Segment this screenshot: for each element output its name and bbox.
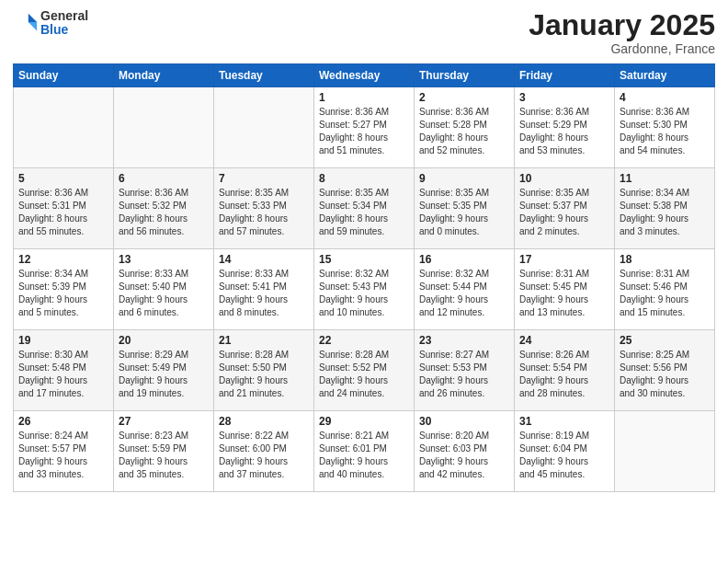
table-row: 27Sunrise: 8:23 AM Sunset: 5:59 PM Dayli… [114, 411, 214, 492]
day-number: 10 [519, 172, 609, 185]
table-row: 20Sunrise: 8:29 AM Sunset: 5:49 PM Dayli… [114, 330, 214, 411]
calendar-header-row: Sunday Monday Tuesday Wednesday Thursday… [14, 64, 715, 87]
day-info: Sunrise: 8:26 AM Sunset: 5:54 PM Dayligh… [519, 349, 609, 400]
day-info: Sunrise: 8:34 AM Sunset: 5:39 PM Dayligh… [18, 268, 108, 319]
svg-marker-1 [28, 22, 37, 30]
day-info: Sunrise: 8:35 AM Sunset: 5:34 PM Dayligh… [319, 187, 409, 238]
page-container: General Blue January 2025 Gardonne, Fran… [0, 0, 728, 505]
day-info: Sunrise: 8:33 AM Sunset: 5:40 PM Dayligh… [119, 268, 209, 319]
table-row: 29Sunrise: 8:21 AM Sunset: 6:01 PM Dayli… [314, 411, 415, 492]
calendar-week-row: 5Sunrise: 8:36 AM Sunset: 5:31 PM Daylig… [14, 168, 715, 249]
day-info: Sunrise: 8:34 AM Sunset: 5:38 PM Dayligh… [620, 187, 710, 238]
table-row: 24Sunrise: 8:26 AM Sunset: 5:54 PM Dayli… [515, 330, 615, 411]
day-info: Sunrise: 8:31 AM Sunset: 5:45 PM Dayligh… [519, 268, 609, 319]
table-row: 16Sunrise: 8:32 AM Sunset: 5:44 PM Dayli… [415, 249, 515, 330]
day-info: Sunrise: 8:23 AM Sunset: 5:59 PM Dayligh… [119, 430, 209, 481]
table-row: 14Sunrise: 8:33 AM Sunset: 5:41 PM Dayli… [214, 249, 314, 330]
day-info: Sunrise: 8:36 AM Sunset: 5:29 PM Dayligh… [519, 106, 609, 157]
table-row: 15Sunrise: 8:32 AM Sunset: 5:43 PM Dayli… [314, 249, 415, 330]
day-number: 21 [219, 334, 309, 347]
table-row: 19Sunrise: 8:30 AM Sunset: 5:48 PM Dayli… [14, 330, 114, 411]
day-info: Sunrise: 8:35 AM Sunset: 5:33 PM Dayligh… [219, 187, 309, 238]
col-monday: Monday [114, 64, 214, 87]
day-info: Sunrise: 8:36 AM Sunset: 5:30 PM Dayligh… [620, 106, 710, 157]
table-row: 9Sunrise: 8:35 AM Sunset: 5:35 PM Daylig… [415, 168, 515, 249]
day-info: Sunrise: 8:27 AM Sunset: 5:53 PM Dayligh… [419, 349, 509, 400]
day-number: 11 [620, 172, 710, 185]
calendar-week-row: 19Sunrise: 8:30 AM Sunset: 5:48 PM Dayli… [14, 330, 715, 411]
day-number: 30 [419, 415, 509, 428]
day-number: 14 [219, 253, 309, 266]
table-row: 1Sunrise: 8:36 AM Sunset: 5:27 PM Daylig… [314, 87, 415, 168]
table-row: 13Sunrise: 8:33 AM Sunset: 5:40 PM Dayli… [114, 249, 214, 330]
day-info: Sunrise: 8:20 AM Sunset: 6:03 PM Dayligh… [419, 430, 509, 481]
calendar: Sunday Monday Tuesday Wednesday Thursday… [13, 63, 715, 492]
day-info: Sunrise: 8:36 AM Sunset: 5:32 PM Dayligh… [119, 187, 209, 238]
day-number: 18 [620, 253, 710, 266]
table-row [14, 87, 114, 168]
day-info: Sunrise: 8:32 AM Sunset: 5:44 PM Dayligh… [419, 268, 509, 319]
col-tuesday: Tuesday [214, 64, 314, 87]
table-row: 22Sunrise: 8:28 AM Sunset: 5:52 PM Dayli… [314, 330, 415, 411]
table-row: 10Sunrise: 8:35 AM Sunset: 5:37 PM Dayli… [515, 168, 615, 249]
day-number: 9 [419, 172, 509, 185]
table-row: 18Sunrise: 8:31 AM Sunset: 5:46 PM Dayli… [615, 249, 715, 330]
day-number: 13 [119, 253, 209, 266]
day-number: 8 [319, 172, 409, 185]
day-number: 24 [519, 334, 609, 347]
day-info: Sunrise: 8:29 AM Sunset: 5:49 PM Dayligh… [119, 349, 209, 400]
table-row: 6Sunrise: 8:36 AM Sunset: 5:32 PM Daylig… [114, 168, 214, 249]
logo: General Blue [13, 9, 88, 38]
day-number: 2 [419, 91, 509, 104]
table-row: 4Sunrise: 8:36 AM Sunset: 5:30 PM Daylig… [615, 87, 715, 168]
table-row: 30Sunrise: 8:20 AM Sunset: 6:03 PM Dayli… [415, 411, 515, 492]
day-number: 16 [419, 253, 509, 266]
day-info: Sunrise: 8:21 AM Sunset: 6:01 PM Dayligh… [319, 430, 409, 481]
day-info: Sunrise: 8:30 AM Sunset: 5:48 PM Dayligh… [18, 349, 108, 400]
location-title: Gardonne, France [529, 41, 715, 56]
day-number: 19 [18, 334, 108, 347]
table-row: 5Sunrise: 8:36 AM Sunset: 5:31 PM Daylig… [14, 168, 114, 249]
svg-marker-0 [28, 14, 37, 22]
day-info: Sunrise: 8:33 AM Sunset: 5:41 PM Dayligh… [219, 268, 309, 319]
day-info: Sunrise: 8:32 AM Sunset: 5:43 PM Dayligh… [319, 268, 409, 319]
table-row: 21Sunrise: 8:28 AM Sunset: 5:50 PM Dayli… [214, 330, 314, 411]
table-row: 31Sunrise: 8:19 AM Sunset: 6:04 PM Dayli… [515, 411, 615, 492]
day-info: Sunrise: 8:35 AM Sunset: 5:35 PM Dayligh… [419, 187, 509, 238]
calendar-week-row: 26Sunrise: 8:24 AM Sunset: 5:57 PM Dayli… [14, 411, 715, 492]
day-number: 12 [18, 253, 108, 266]
table-row [114, 87, 214, 168]
day-info: Sunrise: 8:19 AM Sunset: 6:04 PM Dayligh… [519, 430, 609, 481]
day-info: Sunrise: 8:36 AM Sunset: 5:27 PM Dayligh… [319, 106, 409, 157]
calendar-week-row: 12Sunrise: 8:34 AM Sunset: 5:39 PM Dayli… [14, 249, 715, 330]
table-row: 8Sunrise: 8:35 AM Sunset: 5:34 PM Daylig… [314, 168, 415, 249]
day-number: 29 [319, 415, 409, 428]
logo-general: General [40, 9, 88, 23]
col-friday: Friday [515, 64, 615, 87]
day-number: 22 [319, 334, 409, 347]
day-number: 31 [519, 415, 609, 428]
day-info: Sunrise: 8:22 AM Sunset: 6:00 PM Dayligh… [219, 430, 309, 481]
table-row [615, 411, 715, 492]
col-wednesday: Wednesday [314, 64, 415, 87]
col-saturday: Saturday [615, 64, 715, 87]
table-row: 2Sunrise: 8:36 AM Sunset: 5:28 PM Daylig… [415, 87, 515, 168]
table-row: 11Sunrise: 8:34 AM Sunset: 5:38 PM Dayli… [615, 168, 715, 249]
day-number: 15 [319, 253, 409, 266]
day-number: 7 [219, 172, 309, 185]
day-number: 4 [620, 91, 710, 104]
calendar-week-row: 1Sunrise: 8:36 AM Sunset: 5:27 PM Daylig… [14, 87, 715, 168]
day-number: 6 [119, 172, 209, 185]
table-row: 28Sunrise: 8:22 AM Sunset: 6:00 PM Dayli… [214, 411, 314, 492]
day-info: Sunrise: 8:36 AM Sunset: 5:28 PM Dayligh… [419, 106, 509, 157]
header: General Blue January 2025 Gardonne, Fran… [13, 9, 715, 56]
table-row: 12Sunrise: 8:34 AM Sunset: 5:39 PM Dayli… [14, 249, 114, 330]
day-number: 27 [119, 415, 209, 428]
day-number: 3 [519, 91, 609, 104]
table-row: 25Sunrise: 8:25 AM Sunset: 5:56 PM Dayli… [615, 330, 715, 411]
day-info: Sunrise: 8:25 AM Sunset: 5:56 PM Dayligh… [620, 349, 710, 400]
logo-blue: Blue [40, 23, 88, 37]
day-number: 17 [519, 253, 609, 266]
table-row: 3Sunrise: 8:36 AM Sunset: 5:29 PM Daylig… [515, 87, 615, 168]
month-title: January 2025 [529, 9, 715, 41]
